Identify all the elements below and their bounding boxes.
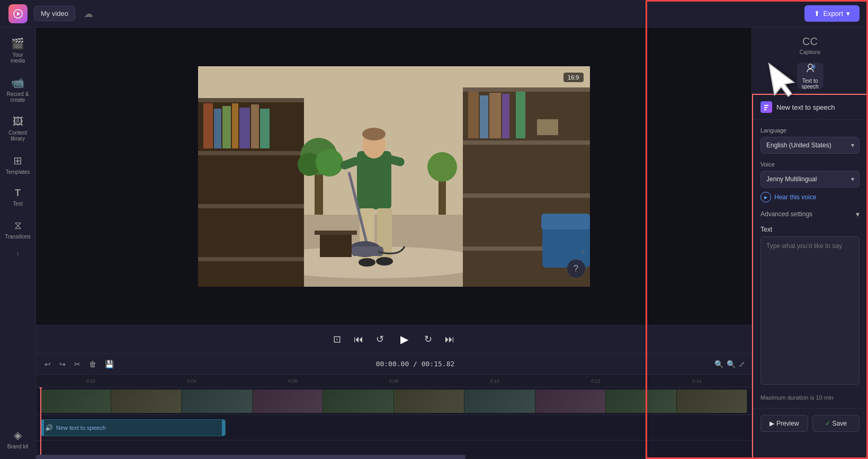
svg-rect-16 (260, 109, 270, 148)
svg-rect-14 (239, 108, 250, 148)
svg-point-33 (427, 152, 457, 182)
advanced-settings-row[interactable]: Advanced settings ▾ (760, 210, 860, 218)
svg-rect-23 (480, 95, 488, 138)
text-section: Text (760, 226, 860, 387)
volume-icon: 🔊 (45, 424, 53, 431)
text-to-speech-button[interactable]: Text to speech (797, 63, 824, 89)
sidebar-item-text[interactable]: T Text (2, 182, 34, 212)
your-media-icon: 🎬 (11, 37, 24, 50)
voice-label: Voice (760, 161, 860, 167)
aspect-ratio-badge: 16:9 (563, 73, 583, 82)
scrollbar-thumb[interactable] (36, 455, 466, 459)
forward-button[interactable]: ↻ (422, 331, 434, 347)
main-area: 🎬 Your media 📹 Record & create 🖼 Content… (0, 28, 868, 459)
timeline-toolbar: ↩ ↪ ✂ 🗑 💾 00:00.00 / 00:15.82 🔍 🔍 ⤢ (36, 354, 751, 375)
svg-rect-19 (463, 140, 590, 145)
max-duration-label: Maximum duration is 10 min (760, 394, 860, 401)
svg-rect-49 (315, 231, 357, 235)
voice-select[interactable]: Jenny Multilingual Guy Multilingual Aria… (760, 171, 860, 188)
sidebar-item-your-media[interactable]: 🎬 Your media (2, 32, 34, 69)
record-icon: 📹 (11, 76, 24, 89)
ruler-mark: 0:14 (646, 378, 747, 384)
tts-header-icon (760, 101, 772, 113)
timeline-scrollbar[interactable] (36, 455, 751, 459)
video-controls: ⊡ ⏮ ↺ ▶ ↻ ⏭ (36, 325, 751, 353)
text-input[interactable] (760, 236, 860, 385)
voice-dropdown-wrapper: Jenny Multilingual Guy Multilingual Aria… (760, 171, 860, 188)
svg-rect-20 (463, 193, 590, 198)
svg-rect-11 (214, 109, 221, 148)
help-button[interactable]: ? (567, 259, 586, 278)
export-button[interactable]: ⬆ Export ▾ (804, 5, 860, 22)
tts-panel: New text to speech Language English (Uni… (752, 94, 868, 459)
save-clip-button[interactable]: 💾 (103, 358, 116, 370)
expand-sidebar-arrow[interactable]: › (16, 249, 19, 258)
advanced-settings-label: Advanced settings (760, 210, 812, 218)
play-button[interactable]: ▶ (395, 330, 414, 349)
right-sidebar-icons: CC Captions Text to speech (752, 28, 868, 94)
ruler-mark: 0:12 (545, 378, 647, 384)
chevron-down-icon: ▾ (856, 210, 860, 218)
content-library-icon: 🖼 (13, 116, 23, 128)
save-button[interactable]: ✓ Save (812, 415, 860, 432)
capture-frame-button[interactable]: ⊡ (331, 331, 343, 347)
voice-section: Voice Jenny Multilingual Guy Multilingua… (760, 161, 860, 202)
text-section-label: Text (760, 226, 860, 233)
timeline-ruler: 0:02 0:04 0:06 0:08 0:10 0:12 0:14 (36, 375, 751, 387)
language-label: Language (760, 127, 860, 134)
svg-rect-22 (468, 92, 479, 138)
zoom-in-button[interactable]: 🔍 (727, 360, 736, 368)
captions-icon: CC (802, 36, 818, 48)
sidebar-item-templates[interactable]: ⊞ Templates (2, 149, 34, 180)
language-section: Language English (United States) English… (760, 127, 860, 154)
skip-forward-button[interactable]: ⏭ (443, 332, 457, 347)
undo-button[interactable]: ↩ (42, 358, 53, 370)
project-name[interactable]: My video (34, 6, 75, 21)
svg-point-31 (316, 149, 343, 176)
ruler-mark: 0:02 (40, 378, 141, 384)
ruler-mark: 0:04 (141, 378, 243, 384)
collapse-arrow[interactable]: ∨ (581, 248, 586, 255)
tts-header: New text to speech (753, 95, 867, 120)
svg-rect-7 (198, 151, 304, 155)
video-preview: 16:9 › ? ∨ (36, 28, 751, 325)
sidebar-item-content-library[interactable]: 🖼 Content library (2, 110, 34, 147)
svg-point-39 (359, 258, 375, 267)
language-dropdown-wrapper: English (United States) English (United … (760, 137, 860, 154)
cloud-icon: ☁ (84, 8, 93, 20)
fit-timeline-button[interactable]: ⤢ (739, 360, 745, 368)
speech-track[interactable]: 🔊 New text to speech (40, 419, 226, 436)
preview-play-icon: ▶ (769, 420, 774, 427)
svg-point-40 (376, 257, 393, 266)
captions-button[interactable]: CC Captions (797, 32, 824, 58)
redo-button[interactable]: ↪ (57, 358, 68, 370)
top-bar: My video ☁ ⬆ Export ▾ (0, 0, 868, 28)
preview-button[interactable]: ▶ Preview (760, 415, 808, 432)
sidebar-item-record-create[interactable]: 📹 Record & create (2, 71, 34, 108)
timeline: ↩ ↪ ✂ 🗑 💾 00:00.00 / 00:15.82 🔍 🔍 ⤢ (36, 353, 751, 459)
cut-button[interactable]: ✂ (72, 358, 83, 370)
export-chevron-icon: ▾ (846, 10, 850, 17)
right-panel: CC Captions Text to speech (751, 28, 868, 459)
svg-marker-1 (17, 12, 20, 16)
track-handle-right[interactable] (222, 420, 225, 436)
svg-rect-47 (541, 214, 590, 230)
hear-voice-button[interactable]: ▶ Hear this voice (760, 192, 816, 202)
svg-rect-34 (357, 151, 391, 209)
sidebar-item-transitions[interactable]: ⧖ Transitions (2, 214, 34, 245)
svg-rect-9 (198, 257, 304, 261)
check-icon: ✓ (825, 420, 830, 427)
svg-rect-8 (198, 204, 304, 208)
tts-panel-title: New text to speech (776, 103, 835, 111)
playhead[interactable] (40, 387, 41, 455)
video-track[interactable] (40, 390, 747, 413)
svg-rect-24 (489, 93, 501, 138)
delete-button[interactable]: 🗑 (87, 358, 99, 370)
rewind-button[interactable]: ↺ (374, 331, 386, 347)
templates-icon: ⊞ (13, 154, 22, 167)
zoom-out-button[interactable]: 🔍 (714, 360, 723, 368)
sidebar-item-brand[interactable]: ◈ Brand kit (2, 423, 34, 455)
skip-back-button[interactable]: ⏮ (352, 332, 365, 347)
language-select[interactable]: English (United States) English (United … (760, 137, 860, 154)
svg-rect-25 (502, 94, 509, 138)
